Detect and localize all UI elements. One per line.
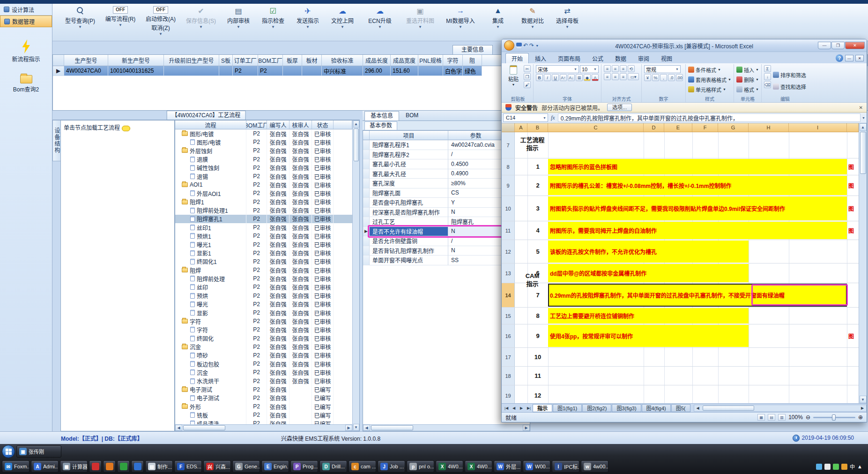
number-format-combo[interactable]: 常规▼: [644, 65, 681, 73]
param-value-cell[interactable]: 0.4900: [448, 169, 504, 179]
fx-icon[interactable]: fx: [549, 114, 556, 121]
sheet-tab-图3(fig3)[interactable]: 图3(fig3): [612, 404, 641, 412]
tree-row[interactable]: 喷砂P2张自强张自强已审核: [175, 351, 352, 360]
taskbar-button-EDS[interactable]: FEDS...: [174, 460, 202, 473]
worksheet-vertical-scrollbar[interactable]: ▲ ▼: [859, 123, 867, 403]
ecn-upgrade-button[interactable]: ☁ECN升级▼: [360, 6, 400, 29]
tree-vertical-scrollbar[interactable]: ▲ ▼: [352, 120, 359, 431]
font-color-button[interactable]: A: [592, 74, 599, 81]
params-header-cell[interactable]: 参数: [448, 131, 504, 140]
row-header-12[interactable]: 12: [502, 240, 515, 263]
excel-title-bar[interactable]: ↶ ↷ ▼ 4W00247CA0-预审指示.xls [兼容模式] - Micro…: [502, 39, 867, 52]
tray-icon[interactable]: [833, 464, 839, 470]
ribbon-tab-开始[interactable]: 开始: [505, 53, 529, 63]
param-item-cell[interactable]: 过孔工艺: [370, 217, 448, 227]
borders-button[interactable]: ⊞: [576, 74, 583, 81]
param-item-cell[interactable]: 是否盘中孔阻焊塞孔: [370, 198, 448, 208]
param-item-cell[interactable]: 塞孔深度: [370, 179, 448, 188]
find-select-button[interactable]: 查找和选择: [773, 82, 806, 91]
minimize-workbook-icon[interactable]: —: [845, 55, 853, 61]
param-value-cell[interactable]: N: [448, 227, 504, 237]
underline-button[interactable]: U: [552, 74, 559, 81]
tree-row[interactable]: 丝印P2张自强张自强已审核: [175, 283, 352, 291]
taskbar-button-Drill[interactable]: DDrill...: [319, 460, 347, 473]
toggle-off[interactable]: OFF: [113, 6, 128, 14]
align-top-icon[interactable]: ≡: [604, 65, 611, 72]
tree-row[interactable]: 成品清洗P2张自强已编写: [175, 419, 352, 424]
next-sheet-icon[interactable]: ▶: [518, 405, 525, 412]
row-header-10[interactable]: 10: [502, 196, 515, 221]
main-info-tab[interactable]: 主要信息: [453, 45, 493, 55]
chevron-down-icon[interactable]: ▼: [418, 25, 422, 29]
grid-cell[interactable]: P2: [233, 66, 258, 76]
grid-header-cell[interactable]: 升级前旧生产型号: [164, 55, 219, 66]
grid-header-cell[interactable]: PNL规格: [418, 55, 443, 66]
mi-data-import-button[interactable]: →MI数据导入▼: [440, 6, 481, 29]
first-sheet-icon[interactable]: |◀: [503, 405, 510, 412]
sheet-tab-指示[interactable]: 指示: [533, 404, 552, 412]
tree-header-cell[interactable]: 核审人: [289, 120, 312, 129]
align-bottom-icon[interactable]: ≡: [620, 65, 627, 72]
column-header-C[interactable]: C: [548, 123, 644, 132]
autosum-icon[interactable]: Σ: [764, 65, 771, 72]
tree-row[interactable]: 水洗烘干P2张自强张自强已审核: [175, 376, 352, 385]
row-header-7[interactable]: 7: [502, 132, 515, 158]
grid-cell[interactable]: 白色字符: [443, 66, 463, 76]
shortcut-new-flow-instruction[interactable]: 新流程指示: [0, 39, 52, 63]
param-value-cell[interactable]: /: [448, 236, 504, 246]
save-icon[interactable]: [516, 43, 522, 48]
sheet-row-13[interactable]: 13dd层中带@的区域都按非金属槽孔制作6: [502, 263, 859, 283]
close-button[interactable]: ✕: [845, 42, 865, 49]
undo-icon[interactable]: ↶: [523, 42, 528, 49]
delete-cells-button[interactable]: 删除▼: [736, 75, 759, 84]
align-middle-icon[interactable]: ≡: [612, 65, 619, 72]
grid-cell[interactable]: [302, 66, 322, 76]
formula-expand-icon[interactable]: ▼: [862, 116, 865, 120]
tree-row[interactable]: 曝光1P2张自强张自强已审核: [175, 240, 352, 248]
tree-row[interactable]: 阻焊塞孔1P2张自强张自强已审核: [175, 215, 352, 223]
worksheet-body[interactable]: 78忽略附图所示的蓝色拼板图1图9附图所示的槽孔公差：槽宽按+/-0.08mm控…: [502, 132, 859, 403]
currency-icon[interactable]: ¥: [644, 74, 651, 81]
zoom-slider[interactable]: [813, 417, 855, 418]
grid-header-cell[interactable]: 成品长度: [363, 55, 391, 66]
fill-color-button[interactable]: ◆: [584, 74, 591, 81]
chevron-down-icon[interactable]: ▼: [565, 25, 569, 29]
scroll-up-icon[interactable]: ▲: [353, 120, 359, 128]
param-item-cell[interactable]: 塞孔最大孔径: [370, 169, 448, 179]
ribbon-tab-公式[interactable]: 公式: [586, 53, 609, 63]
scroll-up-icon[interactable]: ▲: [860, 123, 867, 131]
tree-row[interactable]: 字符P2张自强张自强已审核: [175, 325, 352, 334]
shortcut-bom-query[interactable]: Bom查询2: [0, 75, 52, 93]
tree-row[interactable]: 曝光P2张自强张自强已审核: [175, 300, 352, 308]
page-layout-view-icon[interactable]: ▤: [768, 414, 775, 421]
sheet-row-15[interactable]: 15工艺边上需要避开桥连位铺铜制作8: [502, 308, 859, 324]
sheet-row-17[interactable]: 1710: [502, 348, 859, 367]
align-right-icon[interactable]: ≡: [620, 73, 627, 80]
tree-row[interactable]: 外层蚀刻P2张自强张自强已审核: [175, 146, 352, 155]
office-button[interactable]: [504, 40, 514, 51]
tray-icon[interactable]: [824, 464, 831, 470]
taskbar-icon-button[interactable]: [131, 460, 144, 473]
params-horizontal-scrollbar[interactable]: ◀ ▶: [363, 424, 530, 431]
format-painter-icon[interactable]: 🖌: [524, 81, 531, 88]
conditional-formatting-button[interactable]: 条件格式▼: [688, 65, 731, 74]
taskbar-icon-button[interactable]: [89, 460, 102, 473]
tree-horizontal-scrollbar[interactable]: ◀ ▶: [175, 424, 352, 431]
select-all-corner[interactable]: [502, 123, 515, 132]
tab-bom[interactable]: BOM: [400, 111, 424, 120]
scrollbar-thumb[interactable]: [371, 425, 413, 430]
doc-control-upload-button[interactable]: ☁文控上网▼: [325, 6, 360, 29]
sheet-horizontal-scrollbar[interactable]: ◀ ▶: [694, 405, 867, 412]
sheet-tab-图2(fig2)[interactable]: 图2(fig2): [582, 404, 611, 412]
taskbar-button-[interactable]: W外层...: [494, 460, 521, 473]
sheet-row-12[interactable]: 12该板的连孔按文件制作，不允许优化为槽孔5: [502, 240, 859, 263]
scroll-right-icon[interactable]: ▶: [859, 405, 866, 412]
redo-icon[interactable]: ↷: [529, 42, 534, 49]
save-info-button[interactable]: ✔保存信息(S)▼: [181, 6, 221, 29]
instruction-check-button[interactable]: ☑指示检查▼: [256, 6, 290, 29]
grid-header-cell[interactable]: 生产型号: [64, 55, 108, 66]
grid-cell[interactable]: [283, 66, 302, 76]
row-header-8[interactable]: 8: [502, 158, 515, 175]
tree-header-cell[interactable]: BOM工厂: [246, 120, 267, 129]
tree-row[interactable]: 丝印1P2张自强张自强已审核: [175, 223, 352, 232]
